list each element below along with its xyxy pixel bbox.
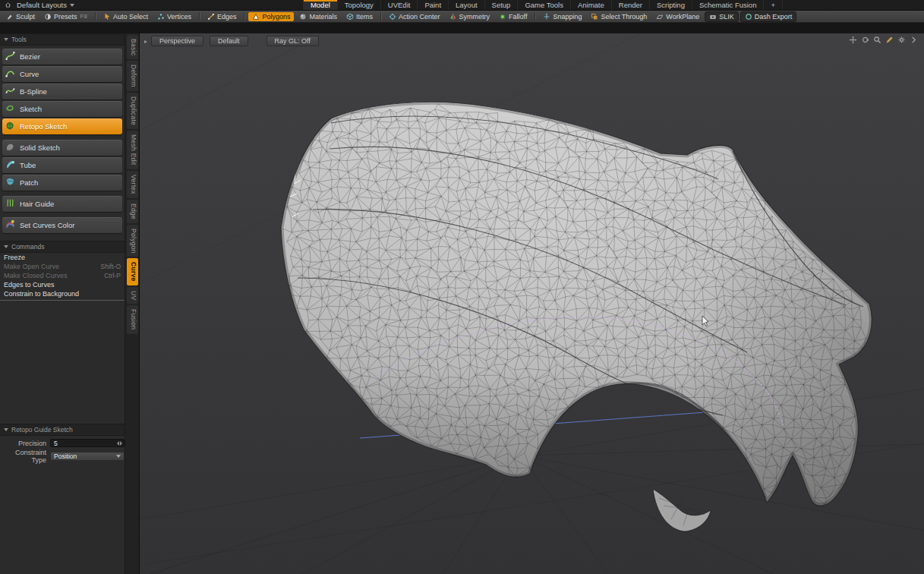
- viewport-menu-arrow-icon[interactable]: ▸: [144, 38, 147, 45]
- side-tab-mesh-edit[interactable]: Mesh Edit: [127, 131, 138, 169]
- mode-toolbar: SculptPresetsF8Auto SelectVerticesEdgesP…: [0, 11, 924, 23]
- workplane-icon: [656, 13, 664, 20]
- bezier-icon: [5, 51, 15, 62]
- menu-tab-paint[interactable]: Paint: [417, 0, 448, 10]
- toolbar-button-sculpt[interactable]: Sculpt: [2, 12, 39, 21]
- toolbar-button-select-through[interactable]: Select Through: [587, 12, 651, 21]
- tool-button-curve[interactable]: Curve: [2, 66, 122, 82]
- constraint-type-row: Constraint Type Position: [0, 449, 125, 460]
- toolbar-button-auto-select[interactable]: Auto Select: [99, 12, 152, 21]
- pan-icon[interactable]: [849, 36, 857, 44]
- toolbar-items: SculptPresetsF8Auto SelectVerticesEdgesP…: [2, 11, 796, 22]
- toolbar-button-vertices[interactable]: Vertices: [153, 12, 195, 21]
- slider-handle-icon[interactable]: [117, 441, 124, 446]
- toolbar-button-slik[interactable]: SLIK: [705, 11, 739, 22]
- tool-button-bezier[interactable]: Bezier: [2, 49, 122, 65]
- precision-row: Precision 5: [0, 437, 125, 449]
- side-tab-fusion[interactable]: Fusion: [127, 305, 138, 333]
- tools-section-header[interactable]: Tools: [0, 33, 125, 46]
- menu-tab-plus[interactable]: +: [763, 0, 783, 10]
- tool-button-tube[interactable]: Tube: [2, 157, 122, 173]
- more-icon[interactable]: [910, 36, 918, 44]
- tool-button-solid-sketch[interactable]: Solid Sketch: [2, 140, 122, 156]
- presets-icon: [44, 13, 52, 20]
- side-tab-deform[interactable]: Deform: [127, 61, 138, 91]
- menu-tab-scripting[interactable]: Scripting: [649, 0, 692, 10]
- settings-icon[interactable]: [897, 36, 906, 44]
- toolbar-button-workplane[interactable]: WorkPlane: [652, 12, 703, 21]
- commands-section-header[interactable]: Commands: [0, 241, 125, 253]
- tool-button-set-curves-color[interactable]: Set Curves Color: [2, 217, 122, 233]
- viewport-header: ▸ PerspectiveDefaultRay GL: Off: [144, 36, 325, 46]
- home-icon[interactable]: [0, 2, 15, 8]
- toolbar-button-materials[interactable]: Materials: [295, 12, 341, 21]
- side-tab-polygon[interactable]: Polygon: [127, 225, 138, 257]
- tool-button-b-spline[interactable]: B-Spline: [2, 84, 122, 99]
- toolbar-button-dash-export[interactable]: Dash Export: [740, 11, 797, 22]
- symmetry-icon: [449, 13, 457, 20]
- viewport-dropdown-ray-gl-off[interactable]: Ray GL: Off: [266, 36, 319, 46]
- viewport-dropdown-perspective[interactable]: Perspective: [151, 36, 203, 46]
- toolbar-button-action-center[interactable]: Action Center: [385, 12, 444, 21]
- modo-application-window: Default Layouts ModelTopologyUVEditPaint…: [0, 0, 924, 574]
- patch-icon: [5, 177, 15, 188]
- command-constrain-to-background[interactable]: Constrain to Background: [0, 289, 125, 298]
- tool-category-tab-strip: BasicDeformDuplicateMesh EditVertexEdgeP…: [125, 33, 140, 574]
- retopo-guide-sketch-header[interactable]: Retopo Guide Sketch: [0, 424, 125, 436]
- tool-button-patch[interactable]: Patch: [2, 175, 122, 191]
- viewport-dropdown-default[interactable]: Default: [210, 36, 248, 46]
- zoom-icon[interactable]: [873, 36, 881, 44]
- side-tab-vertex[interactable]: Vertex: [127, 171, 138, 198]
- constraint-type-dropdown[interactable]: Position: [50, 452, 125, 461]
- panel-spacer: [0, 301, 125, 424]
- layouts-menu[interactable]: Default Layouts: [17, 1, 67, 9]
- auto-select-icon: [103, 13, 111, 20]
- side-tab-edge[interactable]: Edge: [127, 200, 138, 223]
- chevron-down-icon: [116, 455, 121, 458]
- 3d-viewport: ▸ PerspectiveDefaultRay GL: Off: [140, 33, 924, 574]
- tools-section-title: Tools: [11, 36, 27, 43]
- command-make-open-curve[interactable]: Make Open CurveShift-O: [0, 262, 125, 271]
- toolbar-button-symmetry[interactable]: Symmetry: [446, 12, 494, 21]
- side-tab-curve[interactable]: Curve: [127, 258, 138, 285]
- snapping-icon: [543, 13, 550, 20]
- precision-slider[interactable]: 5: [50, 439, 125, 447]
- vertices-icon: [157, 13, 165, 20]
- menu-tab-render[interactable]: Render: [611, 0, 649, 10]
- menu-tab-schematic-fusion[interactable]: Schematic Fusion: [692, 0, 764, 10]
- action-center-icon: [389, 13, 396, 20]
- viewport-canvas[interactable]: [140, 33, 924, 574]
- toolbar-button-falloff[interactable]: Falloff: [495, 12, 531, 21]
- side-tab-basic[interactable]: Basic: [127, 35, 138, 59]
- menu-tab-setup[interactable]: Setup: [484, 0, 518, 10]
- menu-tab-topology[interactable]: Topology: [337, 0, 380, 10]
- menu-tab-layout[interactable]: Layout: [448, 0, 484, 10]
- tool-button-sketch[interactable]: Sketch: [2, 101, 122, 117]
- draw-style-icon[interactable]: [885, 36, 894, 44]
- bspline-icon: [5, 86, 15, 97]
- tool-panel: Tools BezierCurveB-SplineSketchRetopo Sk…: [0, 33, 125, 574]
- collapse-arrow-icon: [4, 38, 8, 41]
- side-tab-uv[interactable]: UV: [127, 287, 138, 304]
- command-edges-to-curves[interactable]: Edges to Curves: [0, 280, 125, 289]
- menu-tab-uvedit[interactable]: UVEdit: [380, 0, 418, 10]
- tool-button-hair-guide[interactable]: Hair Guide: [2, 196, 122, 212]
- menu-tab-animate[interactable]: Animate: [570, 0, 611, 10]
- toolbar-button-items[interactable]: Items: [342, 12, 377, 21]
- slik-icon: [709, 13, 717, 20]
- command-freeze[interactable]: Freeze: [0, 253, 125, 262]
- menu-tab-game-tools[interactable]: Game Tools: [517, 0, 570, 10]
- set-curves-color-icon: [5, 219, 15, 231]
- side-tab-duplicate[interactable]: Duplicate: [127, 93, 138, 129]
- dash-export-icon: [745, 13, 752, 20]
- toolbar-separator: [199, 12, 200, 20]
- toolbar-button-snapping[interactable]: Snapping: [539, 12, 585, 21]
- menu-tab-model[interactable]: Model: [303, 0, 337, 10]
- toolbar-button-polygons[interactable]: Polygons: [248, 12, 294, 21]
- orbit-icon[interactable]: [861, 36, 869, 44]
- chevron-down-icon: [70, 4, 74, 7]
- tool-button-retopo-sketch[interactable]: Retopo Sketch: [2, 118, 122, 134]
- toolbar-button-presets[interactable]: PresetsF8: [40, 12, 91, 21]
- toolbar-button-edges[interactable]: Edges: [203, 12, 241, 21]
- command-make-closed-curves[interactable]: Make Closed CurvesCtrl-P: [0, 271, 125, 280]
